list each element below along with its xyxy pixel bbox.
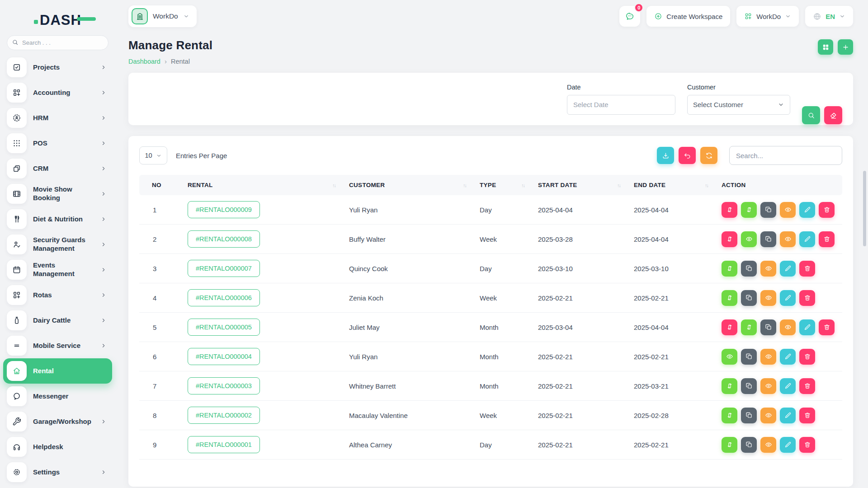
- sidebar-item-diet-nutrition[interactable]: Diet & Nutrition: [7, 209, 108, 229]
- column-header-end-date[interactable]: END DATE ↑↓: [628, 175, 716, 195]
- sort-icon[interactable]: ↑↓: [617, 183, 620, 188]
- renew-button[interactable]: [722, 261, 737, 277]
- customer-filter-select[interactable]: Select Customer: [687, 95, 790, 115]
- add-rental-button[interactable]: [838, 39, 853, 55]
- duplicate-button[interactable]: [741, 378, 757, 394]
- column-header-rental[interactable]: RENTAL ↑↓: [182, 175, 344, 195]
- sidebar-item-messenger[interactable]: Messenger: [7, 386, 108, 406]
- delete-button[interactable]: [819, 231, 835, 247]
- sidebar-item-rotas[interactable]: Rotas: [7, 285, 108, 305]
- sidebar-item-helpdesk[interactable]: Helpdesk: [7, 437, 108, 457]
- sidebar-item-hrm[interactable]: HRM: [7, 108, 108, 128]
- duplicate-button[interactable]: [760, 202, 776, 218]
- workspace-selector[interactable]: WorkDo: [128, 5, 197, 27]
- convert-button[interactable]: [722, 231, 737, 247]
- sort-icon[interactable]: ↑↓: [332, 183, 335, 188]
- sidebar-item-mobile-service[interactable]: Mobile Service: [7, 336, 108, 356]
- edit-button[interactable]: [780, 437, 796, 453]
- table-search-input[interactable]: [729, 146, 842, 165]
- reset-filter-button[interactable]: [824, 106, 842, 124]
- view-button[interactable]: [780, 319, 796, 335]
- sort-icon[interactable]: ↑↓: [705, 183, 708, 188]
- edit-button[interactable]: [780, 378, 796, 394]
- delete-button[interactable]: [819, 319, 835, 335]
- rental-id-badge[interactable]: #RENTALO000007: [188, 260, 260, 277]
- rental-id-badge[interactable]: #RENTALO000009: [188, 201, 260, 218]
- delete-button[interactable]: [799, 261, 815, 277]
- delete-button[interactable]: [799, 378, 815, 394]
- view-button[interactable]: [760, 261, 776, 277]
- view-button[interactable]: [780, 202, 796, 218]
- create-workspace-button[interactable]: Create Workspace: [646, 6, 730, 27]
- date-filter-input[interactable]: [567, 95, 675, 115]
- sidebar-item-projects[interactable]: Projects: [7, 57, 108, 77]
- rental-id-badge[interactable]: #RENTALO000006: [188, 289, 260, 306]
- view-button[interactable]: [760, 349, 776, 365]
- column-header-type[interactable]: TYPE ↑↓: [474, 175, 533, 195]
- grid-view-button[interactable]: [818, 39, 833, 55]
- rental-id-badge[interactable]: #RENTALO000002: [188, 407, 260, 424]
- rental-id-badge[interactable]: #RENTALO000004: [188, 348, 260, 365]
- renew-button[interactable]: [722, 290, 737, 306]
- rental-id-badge[interactable]: #RENTALO000008: [188, 230, 260, 248]
- edit-button[interactable]: [780, 408, 796, 423]
- convert-button[interactable]: [722, 202, 737, 218]
- user-workspace-menu[interactable]: WorkDo: [736, 6, 799, 27]
- sidebar-item-dairy-cattle[interactable]: Dairy Cattle: [7, 310, 108, 330]
- delete-button[interactable]: [799, 408, 815, 423]
- renew-button[interactable]: [722, 437, 737, 453]
- undo-button[interactable]: [679, 147, 696, 164]
- edit-button[interactable]: [780, 349, 796, 365]
- sidebar-item-crm[interactable]: CRM: [7, 159, 108, 178]
- view-button[interactable]: [760, 290, 776, 306]
- view-button[interactable]: [780, 231, 796, 247]
- apply-filter-button[interactable]: [802, 106, 820, 124]
- language-selector[interactable]: EN: [805, 6, 853, 27]
- breadcrumb-dashboard-link[interactable]: Dashboard: [128, 58, 160, 65]
- sidebar-item-movie-show-booking[interactable]: Movie Show Booking: [7, 184, 108, 204]
- rental-id-badge[interactable]: #RENTALO000005: [188, 319, 260, 336]
- duplicate-button[interactable]: [760, 319, 776, 335]
- duplicate-button[interactable]: [741, 408, 757, 423]
- rental-id-badge[interactable]: #RENTALO000003: [188, 377, 260, 394]
- edit-button[interactable]: [799, 319, 815, 335]
- preview-button[interactable]: [722, 349, 737, 365]
- convert-button[interactable]: [722, 319, 737, 335]
- delete-button[interactable]: [799, 290, 815, 306]
- duplicate-button[interactable]: [741, 290, 757, 306]
- app-logo[interactable]: DASH: [7, 8, 108, 27]
- renew-button[interactable]: [722, 408, 737, 423]
- rental-id-badge[interactable]: #RENTALO000001: [188, 436, 260, 453]
- refresh-button[interactable]: [700, 147, 717, 164]
- column-header-customer[interactable]: CUSTOMER ↑↓: [344, 175, 474, 195]
- duplicate-button[interactable]: [741, 437, 757, 453]
- duplicate-button[interactable]: [741, 349, 757, 365]
- sidebar-item-accounting[interactable]: Accounting: [7, 83, 108, 103]
- renew-button[interactable]: [722, 378, 737, 394]
- messages-button[interactable]: 0: [619, 6, 640, 27]
- edit-button[interactable]: [799, 231, 815, 247]
- sidebar-item-pos[interactable]: POS: [7, 133, 108, 153]
- edit-button[interactable]: [780, 290, 796, 306]
- column-header-start-date[interactable]: START DATE ↑↓: [533, 175, 628, 195]
- sidebar-item-settings[interactable]: Settings: [7, 462, 108, 482]
- delete-button[interactable]: [799, 437, 815, 453]
- renew-button[interactable]: [741, 319, 757, 335]
- sidebar-search-input[interactable]: [7, 35, 108, 50]
- sidebar-item-events-management[interactable]: Events Management: [7, 260, 108, 280]
- sort-icon[interactable]: ↑↓: [463, 183, 466, 188]
- view-button[interactable]: [760, 378, 776, 394]
- edit-button[interactable]: [799, 202, 815, 218]
- sidebar-item-garage-workshop[interactable]: Garage/Workshop: [7, 412, 108, 432]
- sidebar-item-rental[interactable]: Rental: [3, 358, 112, 384]
- scrollbar-thumb[interactable]: [863, 171, 866, 246]
- preview-button[interactable]: [741, 231, 757, 247]
- duplicate-button[interactable]: [741, 261, 757, 277]
- view-button[interactable]: [760, 408, 776, 423]
- page-size-select[interactable]: 10: [139, 146, 167, 164]
- delete-button[interactable]: [819, 202, 835, 218]
- export-button[interactable]: [657, 147, 674, 164]
- sidebar-item-security-guards-management[interactable]: Security Guards Management: [7, 235, 108, 254]
- renew-button[interactable]: [741, 202, 757, 218]
- edit-button[interactable]: [780, 261, 796, 277]
